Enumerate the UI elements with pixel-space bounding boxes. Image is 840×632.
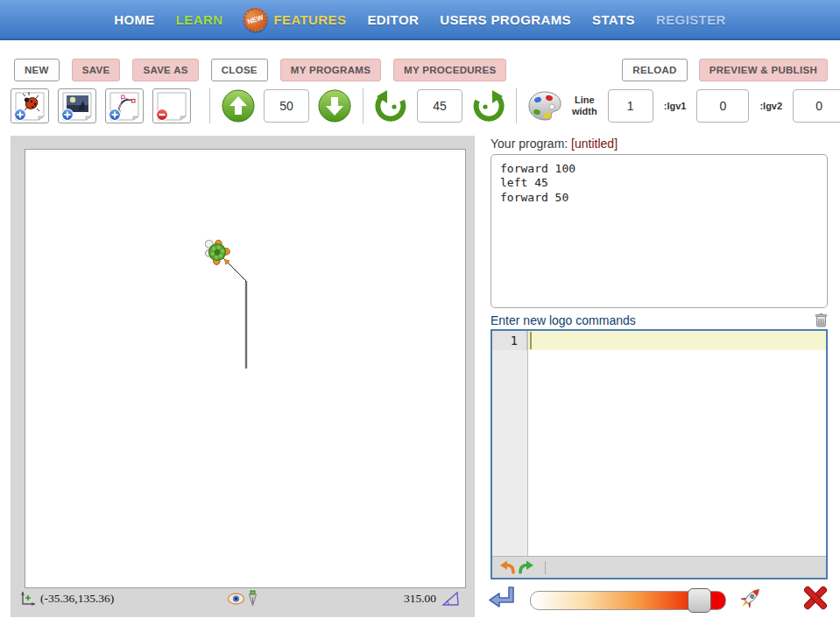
editor-toolbar-separator xyxy=(545,561,546,574)
reload-button[interactable]: RELOAD xyxy=(622,59,687,81)
nav-learn[interactable]: LEARN xyxy=(176,12,223,27)
nav-features[interactable]: FEATURES xyxy=(273,12,346,27)
line-number: 1 xyxy=(492,331,527,350)
trash-icon[interactable] xyxy=(815,312,828,327)
speed-slider-handle[interactable] xyxy=(688,588,711,613)
rotate-cw-icon[interactable] xyxy=(471,89,505,123)
nav-editor[interactable]: EDITOR xyxy=(367,12,419,27)
remove-page-icon[interactable] xyxy=(152,88,191,123)
undo-icon[interactable] xyxy=(499,560,515,574)
editor-gutter xyxy=(492,331,528,556)
move-down-icon[interactable] xyxy=(318,89,351,123)
line-width-input[interactable] xyxy=(608,89,653,123)
add-curve-page-icon[interactable] xyxy=(105,88,144,123)
enter-commands-label: Enter new logo commands xyxy=(491,313,636,327)
my-programs-button[interactable]: MY PROGRAMS xyxy=(280,59,381,81)
axis-origin-icon[interactable] xyxy=(19,590,37,607)
editor-toolbar xyxy=(492,556,826,578)
add-image-page-icon[interactable] xyxy=(58,88,96,123)
eye-icon[interactable] xyxy=(228,592,245,606)
turtle-coords: (-35.36,135.36) xyxy=(40,592,114,606)
palette-icon[interactable] xyxy=(526,89,563,123)
commands-editor[interactable]: 1 xyxy=(491,329,828,579)
turtle-drawing xyxy=(25,150,465,587)
redo-icon[interactable] xyxy=(519,560,534,574)
nav-users-programs[interactable]: USERS PROGRAMS xyxy=(440,12,571,27)
rotate-angle-input[interactable] xyxy=(417,89,462,123)
toolbar-separator xyxy=(516,88,517,123)
lgv1-input[interactable] xyxy=(696,89,749,123)
new-button[interactable]: NEW xyxy=(14,59,60,81)
toolbar-separator xyxy=(363,88,364,123)
lgv2-label: :lgv2 xyxy=(759,101,782,112)
nav-register[interactable]: REGISTER xyxy=(656,12,726,27)
file-toolbar: NEW SAVE SAVE AS CLOSE MY PROGRAMS MY PR… xyxy=(0,59,840,83)
commands-header: Enter new logo commands xyxy=(491,312,828,328)
pen-icon[interactable] xyxy=(248,590,258,607)
move-distance-input[interactable] xyxy=(264,89,309,123)
lgv2-input[interactable] xyxy=(793,89,840,123)
program-code-textarea[interactable]: forward 100 left 45 forward 50 xyxy=(491,154,828,308)
add-turtle-page-icon[interactable] xyxy=(11,88,49,123)
my-procedures-button[interactable]: MY PROCEDURES xyxy=(393,59,506,81)
nav-home[interactable]: HOME xyxy=(114,12,155,27)
toolbar-separator xyxy=(209,88,210,123)
canvas-statusbar: (-35.36,135.36) 315.00 xyxy=(11,590,475,611)
top-navbar: HOME LEARN NEW FEATURES EDITOR USERS PRO… xyxy=(0,0,840,40)
close-button[interactable]: CLOSE xyxy=(211,59,268,81)
move-up-icon[interactable] xyxy=(222,89,255,123)
your-program-label: Your program: xyxy=(491,137,568,151)
drawing-area: (-35.36,135.36) 315.00 xyxy=(11,136,475,617)
rocket-icon[interactable] xyxy=(737,584,765,612)
speed-slider[interactable] xyxy=(530,591,726,610)
text-cursor xyxy=(530,332,532,349)
protractor-icon[interactable] xyxy=(441,590,461,607)
close-x-icon[interactable] xyxy=(802,586,829,610)
return-icon[interactable] xyxy=(488,586,518,612)
line-width-label: Line width xyxy=(572,95,597,116)
save-button[interactable]: SAVE xyxy=(72,59,121,81)
lgv1-label: :lgv1 xyxy=(664,101,687,112)
draw-toolbar: Line width :lgv1 :lgv2 PDF xyxy=(0,87,840,125)
rotate-ccw-icon[interactable] xyxy=(375,89,408,123)
new-badge-icon: NEW xyxy=(241,4,271,34)
program-name: [untitled] xyxy=(571,137,618,151)
program-title-row: Your program: [untitled] xyxy=(491,137,618,151)
preview-publish-button[interactable]: PREVIEW & PUBLISH xyxy=(699,59,828,81)
save-as-button[interactable]: SAVE AS xyxy=(132,59,198,81)
turtle-heading: 315.00 xyxy=(404,592,436,606)
nav-stats[interactable]: STATS xyxy=(592,12,635,27)
turtle-canvas[interactable] xyxy=(25,149,466,588)
editor-active-line[interactable]: 1 xyxy=(492,331,826,350)
